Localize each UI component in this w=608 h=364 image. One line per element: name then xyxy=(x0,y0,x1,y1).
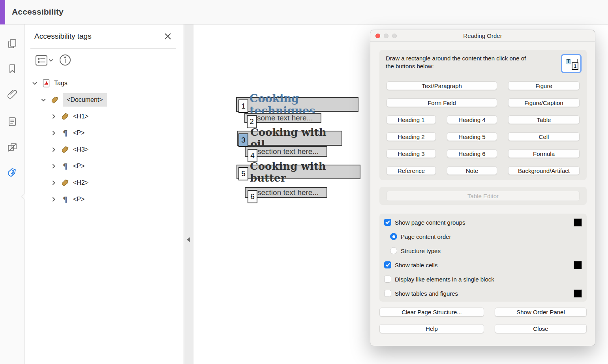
checkbox-checked[interactable] xyxy=(384,261,391,268)
dialog-title: Reading Order xyxy=(463,32,502,39)
tree-item-h1[interactable]: <H1> xyxy=(25,108,184,125)
tree-item-label[interactable]: <P> xyxy=(73,129,84,137)
reading-order-badge[interactable]: 1 xyxy=(238,99,248,113)
page-copies-icon[interactable] xyxy=(7,38,18,49)
help-button[interactable]: Help xyxy=(379,324,484,333)
display-options-group: Show page content groups Page content or… xyxy=(379,214,587,302)
tree-item-label[interactable]: <H3> xyxy=(73,146,88,153)
content-group-h1[interactable]: Cooking techniques xyxy=(236,97,358,112)
paragraph-icon: ¶ xyxy=(61,162,69,170)
tree-item-label[interactable]: <H1> xyxy=(73,113,88,120)
content-group-h3[interactable]: Cooking with oil xyxy=(237,131,342,146)
figure-button[interactable]: Figure xyxy=(508,81,580,90)
form-field-button[interactable]: Form Field xyxy=(387,98,497,107)
heading-1-button[interactable]: Heading 1 xyxy=(387,115,436,124)
structure-buttons-grid: Text/Paragraph Figure Form Field Figure/… xyxy=(387,81,580,175)
note-button[interactable]: Note xyxy=(447,166,497,175)
content-edit-icon[interactable] xyxy=(7,142,18,153)
tree-item-label[interactable]: Tags xyxy=(54,80,68,87)
panel-splitter[interactable] xyxy=(184,24,193,364)
heading-4-button[interactable]: Heading 4 xyxy=(447,115,497,124)
chevron-right-icon[interactable] xyxy=(51,114,56,119)
tree-item-tags-root[interactable]: Tags xyxy=(25,75,184,92)
purple-accent-bar xyxy=(0,0,5,24)
cell-button[interactable]: Cell xyxy=(508,132,580,141)
chevron-right-icon[interactable] xyxy=(51,180,56,186)
divider xyxy=(30,48,176,49)
pdf-file-icon xyxy=(42,79,50,87)
formula-button[interactable]: Formula xyxy=(508,149,580,158)
checkbox-unchecked[interactable] xyxy=(384,290,391,297)
chevron-right-icon[interactable] xyxy=(51,163,56,169)
reading-order-badge-selected[interactable]: 3 xyxy=(238,133,248,147)
option-label: Show table cells xyxy=(395,262,437,268)
page-thumbnails-icon[interactable] xyxy=(7,116,18,127)
tree-item-label[interactable]: <P> xyxy=(73,196,84,203)
tree-item-label[interactable]: <H2> xyxy=(73,179,88,186)
close-icon[interactable] xyxy=(164,32,172,40)
bookmarks-icon[interactable] xyxy=(7,63,18,74)
option-show-page-content-groups: Show page content groups xyxy=(384,218,582,226)
tree-item-document[interactable]: <Document> xyxy=(25,92,184,108)
tree-item-h2[interactable]: <H2> xyxy=(25,174,184,191)
close-button[interactable]: Close xyxy=(495,324,587,333)
heading-3-button[interactable]: Heading 3 xyxy=(387,149,436,158)
option-label: Page content order xyxy=(401,233,451,240)
tree-item-p[interactable]: ¶ <P> xyxy=(25,191,184,208)
list-options-icon[interactable] xyxy=(35,54,53,66)
app-window: Accessibility Accessibility tags xyxy=(0,0,608,364)
content-group-h2[interactable]: Cooking with butter xyxy=(236,165,360,179)
attachments-icon[interactable] xyxy=(7,88,18,99)
tree-item-label[interactable]: <P> xyxy=(73,163,84,170)
reading-order-badge[interactable]: 6 xyxy=(248,190,257,203)
instruction-text: Draw a rectangle around the content then… xyxy=(386,54,532,70)
text-paragraph-button[interactable]: Text/Paragraph xyxy=(387,81,497,90)
color-swatch[interactable] xyxy=(574,261,582,269)
heading-2-button[interactable]: Heading 2 xyxy=(387,132,436,141)
heading-6-button[interactable]: Heading 6 xyxy=(447,149,497,158)
checkbox-checked[interactable] xyxy=(384,219,391,226)
info-icon[interactable] xyxy=(59,54,71,66)
zoom-window-icon[interactable] xyxy=(392,34,397,38)
close-window-icon[interactable] xyxy=(375,34,380,38)
tags-tree: Tags <Document> <H1> ¶ xyxy=(25,75,184,208)
reference-button[interactable]: Reference xyxy=(387,166,436,175)
chevron-right-icon[interactable] xyxy=(51,147,56,152)
option-label: Show page content groups xyxy=(395,219,465,226)
option-label: Structure types xyxy=(401,248,441,254)
tag-icon xyxy=(51,96,59,104)
table-button[interactable]: Table xyxy=(508,115,580,124)
color-swatch[interactable] xyxy=(574,289,582,298)
reading-order-badge[interactable]: 4 xyxy=(248,149,257,162)
color-swatch[interactable] xyxy=(574,218,582,227)
tree-item-p[interactable]: ¶ <P> xyxy=(25,125,184,141)
reading-order-badge[interactable]: 5 xyxy=(238,167,248,180)
page-title: Accessibility xyxy=(12,7,64,17)
content-text: Cooking with butter xyxy=(250,160,360,184)
heading-5-button[interactable]: Heading 5 xyxy=(447,132,497,141)
accessibility-tags-icon[interactable] xyxy=(7,167,18,178)
content-text: section text here... xyxy=(257,147,319,156)
reading-order-badge[interactable]: 2 xyxy=(247,115,257,128)
chevron-down-icon[interactable] xyxy=(32,81,38,86)
tree-item-h3[interactable]: <H3> xyxy=(25,141,184,158)
radio-selected[interactable] xyxy=(390,233,397,240)
minimize-window-icon[interactable] xyxy=(384,34,388,38)
chevron-right-icon[interactable] xyxy=(51,197,56,202)
dialog-titlebar[interactable]: Reading Order xyxy=(370,30,595,42)
figure-caption-button[interactable]: Figure/Caption xyxy=(508,98,580,107)
tree-item-label[interactable]: <Document> xyxy=(63,93,107,107)
chevron-right-icon[interactable] xyxy=(51,130,56,136)
clear-page-structure-button[interactable]: Clear Page Structure... xyxy=(379,308,484,317)
option-display-like-elements: Display like elements in a single block xyxy=(384,275,582,283)
collapse-panel-icon[interactable] xyxy=(187,237,190,242)
structure-type-icon-1: 1 xyxy=(572,62,578,70)
tag-icon xyxy=(61,146,69,154)
background-artifact-button[interactable]: Background/Artifact xyxy=(508,166,580,175)
chevron-down-icon[interactable] xyxy=(41,97,46,103)
show-order-panel-button[interactable]: Show Order Panel xyxy=(495,308,587,317)
checkbox-unchecked[interactable] xyxy=(384,276,391,283)
table-editor-group: Table Editor xyxy=(379,187,587,205)
radio-unselected[interactable] xyxy=(390,247,397,254)
tree-item-p[interactable]: ¶ <P> xyxy=(25,158,184,174)
